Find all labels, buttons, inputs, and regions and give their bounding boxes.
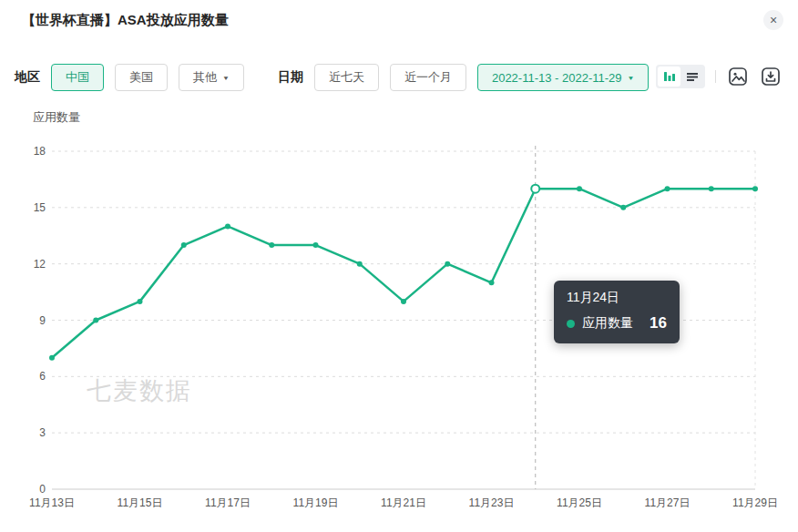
x-tick-label: 11月15日: [118, 496, 163, 509]
x-tick-label: 11月19日: [293, 496, 339, 509]
data-point[interactable]: [445, 261, 450, 267]
data-point[interactable]: [225, 223, 230, 229]
tooltip-series-name: 应用数量: [582, 315, 633, 332]
watermark: 七麦数据: [87, 377, 192, 404]
data-point[interactable]: [181, 242, 187, 248]
x-tick-label: 11月23日: [469, 496, 515, 509]
y-axis-title: 应用数量: [33, 110, 80, 124]
y-tick-label: 12: [34, 258, 46, 271]
data-point[interactable]: [93, 318, 98, 323]
data-point[interactable]: [401, 299, 406, 304]
x-tick-label: 11月25日: [557, 496, 602, 509]
y-tick-label: 9: [39, 314, 46, 327]
tooltip-row: 应用数量 16: [567, 314, 667, 332]
x-tick-label: 11月27日: [645, 496, 691, 509]
x-tick-label: 11月17日: [205, 496, 251, 509]
y-tick-label: 3: [39, 426, 46, 439]
data-point[interactable]: [709, 186, 714, 191]
data-point[interactable]: [269, 242, 274, 248]
y-tick-label: 18: [34, 145, 46, 158]
x-tick-label: 11月29日: [732, 496, 778, 509]
line-chart: 应用数量0369121518七麦数据11月13日11月15日11月17日11月1…: [0, 0, 798, 532]
data-point[interactable]: [138, 299, 143, 304]
chart-tooltip: 11月24日 应用数量 16: [554, 281, 680, 343]
series-dot-icon: [567, 320, 575, 328]
data-point[interactable]: [49, 355, 55, 361]
data-point[interactable]: [357, 261, 363, 267]
y-tick-label: 0: [39, 483, 46, 496]
tooltip-date: 11月24日: [567, 290, 667, 306]
x-tick-label: 11月13日: [29, 496, 75, 509]
data-point[interactable]: [489, 280, 495, 285]
tooltip-value: 16: [633, 314, 667, 332]
data-point[interactable]: [665, 186, 670, 191]
data-point[interactable]: [577, 186, 582, 191]
data-point-highlighted[interactable]: [531, 185, 539, 193]
y-tick-label: 15: [34, 201, 46, 214]
data-point[interactable]: [313, 242, 319, 248]
data-point[interactable]: [752, 186, 758, 191]
y-tick-label: 6: [39, 370, 46, 383]
data-point[interactable]: [620, 205, 626, 210]
x-tick-label: 11月21日: [381, 496, 426, 509]
